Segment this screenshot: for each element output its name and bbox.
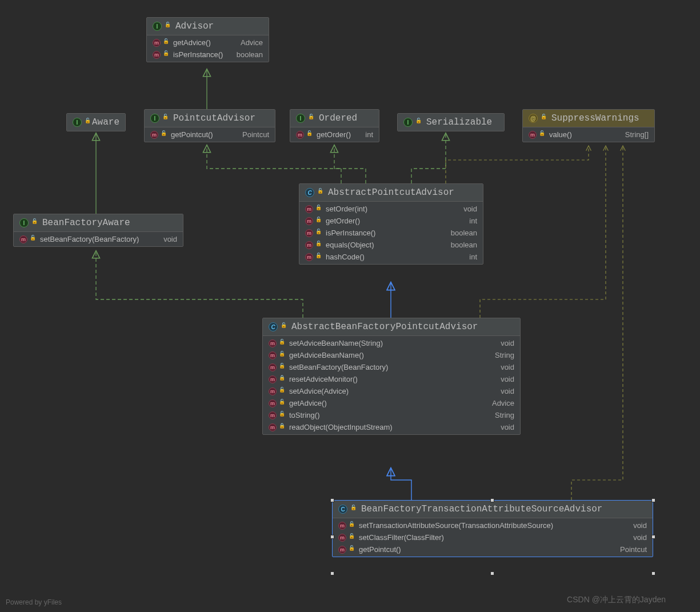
access-icon — [33, 220, 38, 226]
unlock-icon — [164, 52, 170, 58]
member-row: setClassFilter(ClassFilter)void — [333, 531, 653, 543]
member-type-label: void — [501, 339, 514, 347]
selection-handle[interactable] — [330, 498, 334, 502]
member-type-label: int — [469, 217, 477, 225]
method-icon — [269, 411, 277, 419]
class-members: setBeanFactory(BeanFactory)void — [14, 232, 183, 246]
class-header: AbstractBeanFactoryPointcutAdvisor — [263, 318, 520, 336]
class-name-label: Aware — [92, 117, 119, 127]
class-serializable[interactable]: Serializable — [397, 113, 505, 131]
class-bean-factory-aware[interactable]: BeanFactoryAware setBeanFactory(BeanFact… — [13, 214, 183, 247]
class-ordered[interactable]: Ordered getOrder()int — [290, 109, 379, 142]
unlock-icon — [280, 353, 286, 358]
access-icon — [309, 115, 315, 121]
unlock-icon — [280, 401, 286, 406]
member-row: isPerInstance()boolean — [299, 227, 483, 239]
member-name-label: setTransactionAttributeSource(Transactio… — [359, 521, 623, 530]
method-icon — [269, 399, 277, 407]
interface-icon — [296, 114, 305, 123]
unlock-icon — [280, 365, 286, 370]
member-name-label: isPerInstance() — [326, 229, 441, 237]
member-row: setAdviceBeanName(String)void — [263, 337, 520, 349]
member-name-label: getPointcut() — [171, 130, 232, 139]
access-icon — [417, 119, 422, 125]
class-name-label: BeanFactoryTransactionAttributeSourceAdv… — [361, 504, 602, 514]
member-row: setBeanFactory(BeanFactory)void — [14, 233, 183, 245]
class-header: BeanFactoryAware — [14, 214, 183, 232]
unlock-icon — [350, 523, 355, 529]
interface-icon — [403, 118, 413, 127]
member-type-label: void — [633, 521, 647, 530]
class-header: AbstractPointcutAdvisor — [299, 184, 483, 202]
class-header: Aware — [67, 114, 125, 131]
access-icon — [86, 119, 88, 125]
lock-icon — [280, 377, 286, 382]
member-name-label: getAdviceBeanName() — [289, 351, 485, 359]
member-name-label: getPointcut() — [359, 545, 610, 554]
method-icon — [305, 217, 313, 225]
member-row: readObject(ObjectInputStream)void — [263, 421, 520, 433]
member-name-label: setClassFilter(ClassFilter) — [359, 533, 623, 542]
member-name-label: resetAdviceMonitor() — [289, 375, 490, 383]
watermark-label: CSDN @冲上云霄的Jayden — [567, 595, 666, 605]
method-icon — [153, 51, 161, 59]
method-icon — [305, 241, 313, 249]
unlock-icon — [280, 413, 286, 418]
member-type-label: void — [501, 375, 514, 383]
unlock-icon — [280, 389, 286, 394]
access-icon — [351, 506, 357, 512]
member-row: getAdviceBeanName()String — [263, 349, 520, 361]
member-row: setOrder(int)void — [299, 203, 483, 215]
member-row: setBeanFactory(BeanFactory)void — [263, 361, 520, 373]
method-icon — [269, 351, 277, 359]
unlock-icon — [540, 132, 546, 138]
selection-handle[interactable] — [651, 535, 655, 539]
class-abstract-bean-factory-pointcut-advisor[interactable]: AbstractBeanFactoryPointcutAdvisor setAd… — [262, 318, 521, 435]
member-row: getAdvice()Advice — [147, 37, 269, 49]
method-icon — [150, 131, 158, 139]
member-name-label: setAdviceBeanName(String) — [289, 339, 490, 347]
class-pointcut-advisor[interactable]: PointcutAdvisor getPointcut()Pointcut — [144, 109, 275, 142]
member-row: setTransactionAttributeSource(Transactio… — [333, 519, 653, 531]
method-icon — [338, 546, 346, 554]
selection-handle[interactable] — [651, 498, 655, 502]
class-advisor[interactable]: Advisor getAdvice()AdviceisPerInstance()… — [146, 17, 269, 62]
method-icon — [153, 39, 161, 47]
member-name-label: toString() — [289, 411, 485, 419]
class-aware[interactable]: Aware — [66, 113, 126, 131]
member-row: getPointcut()Pointcut — [333, 543, 653, 555]
member-row: getOrder()int — [290, 129, 379, 141]
class-bean-factory-transaction-attribute-source-advisor[interactable]: BeanFactoryTransactionAttributeSourceAdv… — [332, 500, 653, 557]
member-name-label: hashCode() — [326, 253, 459, 261]
member-row: resetAdviceMonitor()void — [263, 373, 520, 385]
selection-handle[interactable] — [330, 571, 334, 575]
class-name-label: BeanFactoryAware — [42, 218, 130, 228]
member-type-label: boolean — [451, 229, 477, 237]
selection-handle[interactable] — [490, 571, 494, 575]
selection-handle[interactable] — [330, 535, 334, 539]
interface-icon — [19, 218, 29, 227]
class-suppress-warnings[interactable]: SuppressWarnings value()String[] — [522, 109, 655, 142]
access-icon — [318, 190, 324, 195]
member-type-label: void — [501, 387, 514, 395]
method-icon — [338, 522, 346, 530]
class-members: value()String[] — [523, 127, 654, 142]
interface-icon — [153, 22, 162, 31]
class-header: Serializable — [398, 114, 504, 131]
class-name-label: Serializable — [426, 117, 492, 127]
member-type-label: boolean — [451, 241, 477, 249]
method-icon — [305, 229, 313, 237]
unlock-icon — [162, 132, 167, 138]
class-members: setOrder(int)voidgetOrder()intisPerInsta… — [299, 202, 483, 264]
access-icon — [542, 115, 547, 121]
class-name-label: AbstractBeanFactoryPointcutAdvisor — [291, 322, 478, 332]
class-abstract-pointcut-advisor[interactable]: AbstractPointcutAdvisor setOrder(int)voi… — [299, 183, 483, 265]
selection-handle[interactable] — [490, 498, 494, 502]
selection-handle[interactable] — [651, 571, 655, 575]
class-header: Ordered — [290, 110, 379, 127]
access-icon — [282, 324, 287, 330]
member-name-label: getAdvice() — [173, 38, 230, 47]
member-type-label: void — [163, 235, 177, 243]
member-name-label: value() — [549, 130, 615, 139]
member-row: value()String[] — [523, 129, 654, 141]
